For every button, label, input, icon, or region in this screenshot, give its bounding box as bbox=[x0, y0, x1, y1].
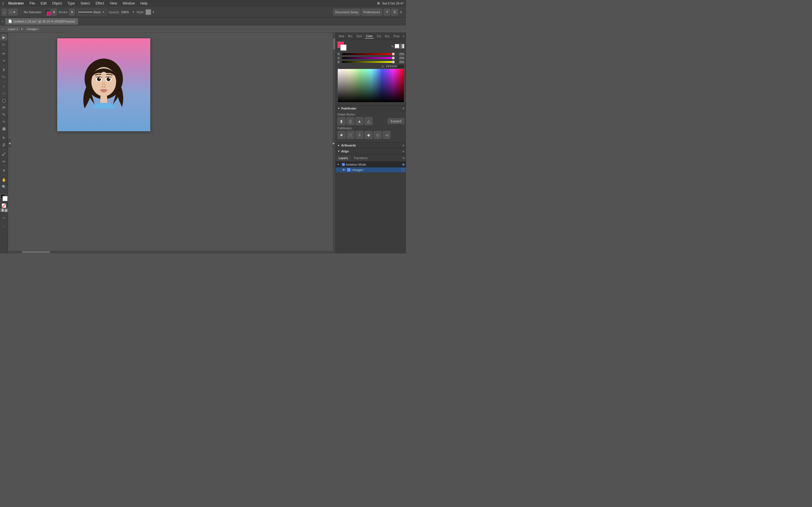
align-button[interactable]: ☰ bbox=[391, 9, 398, 15]
touch-type-tool[interactable]: T⌂ bbox=[1, 73, 7, 80]
none-swatch[interactable] bbox=[2, 203, 6, 208]
layers-tab[interactable]: Layers bbox=[336, 155, 351, 161]
isolation-layer[interactable]: Layer 1 bbox=[6, 27, 20, 31]
select-menu[interactable]: Select bbox=[80, 1, 91, 6]
intersect-btn[interactable]: ▲ bbox=[356, 117, 363, 125]
ass-tab[interactable]: Ass bbox=[384, 34, 391, 38]
right-panel-collapse[interactable]: ▶ bbox=[332, 139, 336, 147]
horizontal-scrollbar[interactable] bbox=[8, 251, 336, 253]
exclude-btn[interactable]: △ bbox=[364, 117, 372, 125]
canvas-scroll[interactable] bbox=[8, 33, 336, 253]
minus-back-btn[interactable]: ◅ bbox=[383, 131, 391, 139]
artboard-tool[interactable]: ▭ bbox=[1, 214, 7, 221]
pen-tool[interactable]: ✏ bbox=[1, 50, 7, 57]
align-header[interactable]: ▼ Align ≡ bbox=[336, 149, 406, 154]
app-name[interactable]: Illustrator bbox=[7, 1, 25, 6]
gradient-btn[interactable] bbox=[400, 44, 404, 48]
transform-button[interactable]: ↺ bbox=[384, 9, 390, 15]
pathfinder-header[interactable]: ▼ Pathfinder ≡ bbox=[336, 106, 406, 111]
expand-button[interactable]: Expand bbox=[388, 118, 404, 124]
pathfinder-menu-btn[interactable]: ≡ bbox=[403, 107, 404, 110]
panel-toggle[interactable]: ≡ bbox=[400, 10, 404, 14]
align-menu-btn[interactable]: ≡ bbox=[403, 150, 404, 153]
rotate-tool[interactable]: ↻ bbox=[1, 134, 7, 141]
file-menu[interactable]: File bbox=[29, 1, 36, 6]
trim-btn[interactable]: □ bbox=[347, 131, 354, 139]
col-tab[interactable]: Col bbox=[375, 34, 382, 38]
color-panel-menu[interactable]: ≡ bbox=[403, 35, 404, 38]
pencil-tool[interactable]: ✎ bbox=[1, 111, 7, 118]
color-tab[interactable]: Color bbox=[365, 34, 374, 39]
isolation-mode-row[interactable]: ▼ Isolation Mode ▶ bbox=[336, 162, 406, 167]
workspace-button[interactable]: □ ▼ bbox=[8, 9, 18, 15]
bru-tab[interactable]: Bru bbox=[347, 34, 354, 38]
crop-btn[interactable]: ◆ bbox=[364, 131, 372, 139]
paintbrush-tool[interactable]: ✉ bbox=[1, 104, 7, 111]
ellipse-tool[interactable]: ◯ bbox=[1, 97, 7, 104]
zoom-tool[interactable]: 🔍 bbox=[1, 183, 7, 190]
document-tab[interactable]: 📄 Untitled-1 (3).aic* @ 35.24 % (RGB/Pre… bbox=[5, 18, 78, 25]
preferences-button[interactable]: Preferences bbox=[361, 9, 382, 15]
type-menu[interactable]: Type bbox=[66, 1, 76, 6]
stroke-dropdown[interactable]: ▼ bbox=[69, 9, 75, 15]
view-menu[interactable]: View bbox=[109, 1, 118, 6]
eyedropper-tool[interactable]: 🖍 bbox=[1, 151, 7, 158]
isolation-back-btn[interactable]: ← bbox=[2, 27, 5, 31]
apple-menu[interactable]:  bbox=[2, 1, 4, 6]
b-slider[interactable] bbox=[342, 61, 395, 63]
shaper-tool[interactable]: ∿ bbox=[1, 118, 7, 125]
swa-tab[interactable]: Swa bbox=[338, 34, 345, 38]
help-menu[interactable]: Help bbox=[139, 1, 149, 6]
fill-dropdown[interactable]: ▼ bbox=[51, 9, 57, 15]
layers-menu-btn[interactable]: ≡ bbox=[401, 155, 406, 161]
transform-tab[interactable]: Transform bbox=[351, 155, 370, 161]
fill-color-swatch[interactable] bbox=[45, 9, 50, 15]
direct-selection-tool[interactable]: ▷ bbox=[1, 41, 7, 48]
minus-front-btn[interactable]: ▯ bbox=[347, 117, 354, 125]
isolation-expand[interactable]: ▼ bbox=[337, 163, 341, 166]
symbol-sprayer-tool[interactable]: ☀ bbox=[1, 167, 7, 174]
window-menu[interactable]: Window bbox=[121, 1, 136, 6]
divide-btn[interactable]: ■ bbox=[338, 131, 345, 139]
hand-tool[interactable]: ✋ bbox=[1, 176, 7, 183]
layer-eye-icon[interactable]: 👁 bbox=[342, 168, 346, 172]
merge-btn[interactable]: ◊ bbox=[356, 131, 363, 139]
hex-input[interactable] bbox=[385, 64, 404, 69]
object-menu[interactable]: Object bbox=[51, 1, 63, 6]
opacity-arrow[interactable]: ▼ bbox=[132, 11, 135, 13]
prop-tab[interactable]: Prop bbox=[393, 34, 401, 38]
chart-tool[interactable]: ▩ bbox=[1, 125, 7, 132]
type-tool[interactable]: T bbox=[1, 66, 7, 73]
rect-tool[interactable]: □ bbox=[1, 90, 7, 97]
unite-btn[interactable]: ▮ bbox=[338, 117, 345, 125]
image-layer-row[interactable]: 👁 <Image> bbox=[336, 167, 406, 172]
isolation-image[interactable]: <Image> bbox=[24, 27, 40, 31]
artboards-menu-btn[interactable]: ≡ bbox=[403, 144, 404, 147]
selection-tool[interactable]: ▶ bbox=[1, 34, 7, 41]
curvature-tool[interactable]: ≈ bbox=[1, 57, 7, 64]
stroke-swatch[interactable] bbox=[3, 196, 8, 201]
more-tools-btn[interactable]: ⋯ bbox=[1, 223, 7, 230]
sym-tab[interactable]: Sym bbox=[355, 34, 363, 38]
layer-circle-icon[interactable] bbox=[402, 168, 405, 172]
home-button[interactable]: ⌂ bbox=[2, 9, 7, 15]
no-fill[interactable]: ▦ bbox=[4, 209, 8, 212]
r-slider[interactable] bbox=[342, 53, 395, 55]
effect-menu[interactable]: Effect bbox=[94, 1, 105, 6]
g-slider[interactable] bbox=[342, 57, 395, 59]
stroke-preview[interactable]: Basic ▼ bbox=[77, 9, 107, 15]
style-arrow[interactable]: ▼ bbox=[152, 11, 155, 13]
document-setup-button[interactable]: Document Setup bbox=[333, 9, 360, 15]
edit-menu[interactable]: Edit bbox=[40, 1, 48, 6]
color-spectrum[interactable] bbox=[338, 69, 404, 103]
style-swatch[interactable] bbox=[146, 9, 151, 15]
artboards-header[interactable]: ► Artboards ≡ bbox=[336, 143, 406, 148]
scale-tool[interactable]: ⇵ bbox=[1, 142, 7, 148]
slash-none-btn[interactable]: ⎯ bbox=[395, 44, 399, 48]
gradient-fill[interactable] bbox=[0, 209, 4, 212]
outline-btn[interactable]: ◇ bbox=[373, 131, 382, 139]
panel-collapse-btn[interactable]: × bbox=[2, 20, 3, 23]
swap-colors-btn[interactable]: ⇆ bbox=[391, 45, 394, 48]
line-tool[interactable]: / bbox=[1, 83, 7, 90]
blend-tool[interactable]: ∞ bbox=[1, 158, 7, 165]
